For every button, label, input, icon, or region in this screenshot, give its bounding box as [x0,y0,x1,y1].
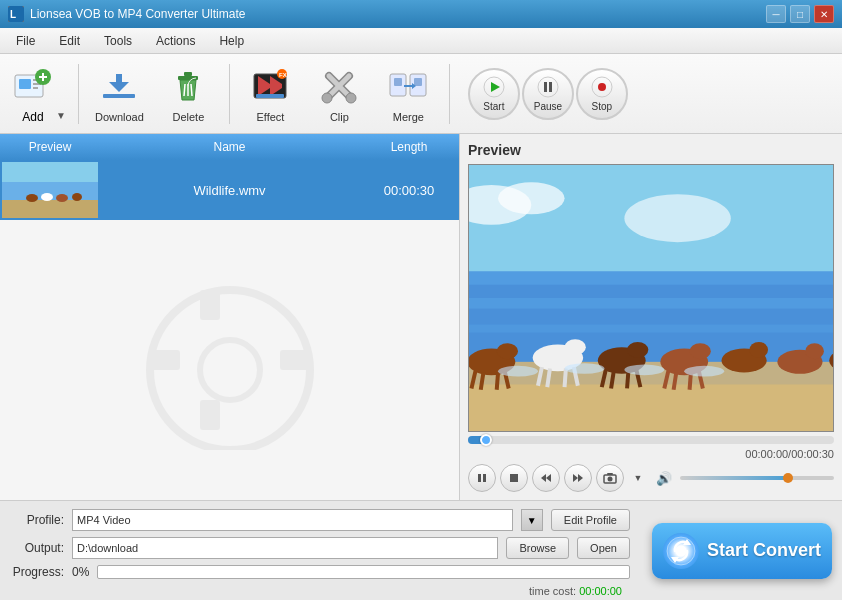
add-icon [12,64,54,106]
video-seek-thumb[interactable] [480,434,492,446]
svg-rect-21 [256,94,284,98]
close-button[interactable]: ✕ [814,5,834,23]
add-dropdown-arrow[interactable]: ▼ [56,59,66,129]
svg-rect-12 [116,74,122,88]
svg-point-48 [72,193,82,201]
file-thumbnail [0,161,100,219]
video-rewind-button[interactable] [532,464,560,492]
svg-rect-10 [103,94,135,98]
open-button[interactable]: Open [577,537,630,559]
progress-value: 0% [72,565,89,579]
video-seek-bar[interactable] [468,436,834,444]
stop-button[interactable]: Stop [576,68,628,120]
svg-point-28 [322,93,332,103]
delete-icon [167,65,209,107]
svg-text:FX: FX [279,72,287,78]
volume-icon: 🔊 [656,471,672,486]
menu-file[interactable]: File [4,30,47,52]
svg-rect-61 [469,298,833,309]
delete-button[interactable]: Delete [156,59,221,129]
svg-point-78 [627,342,648,358]
svg-marker-105 [578,474,583,482]
video-snapshot-button[interactable] [596,464,624,492]
pause-button[interactable]: Pause [522,68,574,120]
video-play-pause-button[interactable] [468,464,496,492]
svg-point-57 [498,182,565,214]
menu-help[interactable]: Help [207,30,256,52]
file-list-header: Preview Name Length [0,134,459,160]
add-button[interactable]: Add ▼ [8,59,70,129]
svg-marker-104 [573,474,578,482]
svg-rect-39 [549,82,552,92]
svg-point-96 [565,363,605,374]
svg-point-47 [56,194,68,202]
svg-point-95 [498,366,538,377]
effect-button[interactable]: FX Effect [238,59,303,129]
table-row[interactable]: Wildlife.wmv 00:00:30 [0,160,459,220]
svg-rect-60 [469,271,833,284]
svg-point-45 [26,194,38,202]
download-label: Download [95,111,144,123]
svg-rect-44 [2,200,98,218]
svg-point-97 [624,365,664,376]
window-controls: ─ □ ✕ [766,5,834,23]
svg-rect-3 [19,79,31,89]
video-controls: ▼ 🔊 [468,464,834,492]
title-bar-left: L Lionsea VOB to MP4 Converter Ultimate [8,6,245,22]
profile-input[interactable] [72,509,513,531]
separator-1 [78,64,79,124]
col-preview: Preview [0,134,100,160]
download-button[interactable]: Download [87,59,152,129]
profile-dropdown-button[interactable]: ▼ [521,509,543,531]
add-label: Add [22,110,43,124]
effect-label: Effect [256,111,284,123]
video-forward-button[interactable] [564,464,592,492]
svg-rect-33 [414,78,422,86]
svg-line-15 [184,84,185,96]
video-camera-dropdown[interactable]: ▼ [628,464,648,492]
output-row: Output: Browse Open [12,537,630,559]
start-button[interactable]: Start [468,68,520,120]
browse-button[interactable]: Browse [506,537,569,559]
settings-panel: Profile: ▼ Edit Profile Output: Browse O… [0,501,642,600]
volume-slider[interactable] [680,476,834,480]
svg-point-90 [749,342,768,358]
merge-button[interactable]: Merge [376,59,441,129]
menu-tools[interactable]: Tools [92,30,144,52]
menu-actions[interactable]: Actions [144,30,207,52]
start-convert-button[interactable]: Start Convert [652,523,832,579]
svg-rect-62 [469,325,833,333]
menu-bar: File Edit Tools Actions Help [0,28,842,54]
svg-rect-64 [469,384,833,431]
svg-line-81 [627,371,628,388]
video-stop-button[interactable] [500,464,528,492]
edit-profile-button[interactable]: Edit Profile [551,509,630,531]
file-name: Wildlife.wmv [100,183,359,198]
download-icon [98,65,140,107]
preview-video [468,164,834,432]
col-name: Name [100,134,359,160]
main-content: Preview Name Length Wildlife.wmv [0,134,842,500]
svg-point-29 [346,93,356,103]
time-cost-value: 00:00:00 [579,585,622,597]
svg-point-58 [624,194,730,242]
file-length: 00:00:30 [359,183,459,198]
output-input[interactable] [72,537,498,559]
title-bar: L Lionsea VOB to MP4 Converter Ultimate … [0,0,842,28]
merge-label: Merge [393,111,424,123]
svg-rect-100 [483,474,486,482]
watermark-area [0,220,459,500]
svg-point-98 [684,366,724,377]
bottom-panel: Profile: ▼ Edit Profile Output: Browse O… [0,500,842,600]
progress-label: Progress: [12,565,64,579]
convert-icon [663,533,699,569]
minimize-button[interactable]: ─ [766,5,786,23]
svg-point-50 [200,340,260,400]
output-label: Output: [12,541,64,555]
maximize-button[interactable]: □ [790,5,810,23]
merge-icon [387,65,429,107]
menu-edit[interactable]: Edit [47,30,92,52]
progress-row: Progress: 0% [12,565,630,579]
clip-button[interactable]: Clip [307,59,372,129]
svg-point-37 [538,77,558,97]
